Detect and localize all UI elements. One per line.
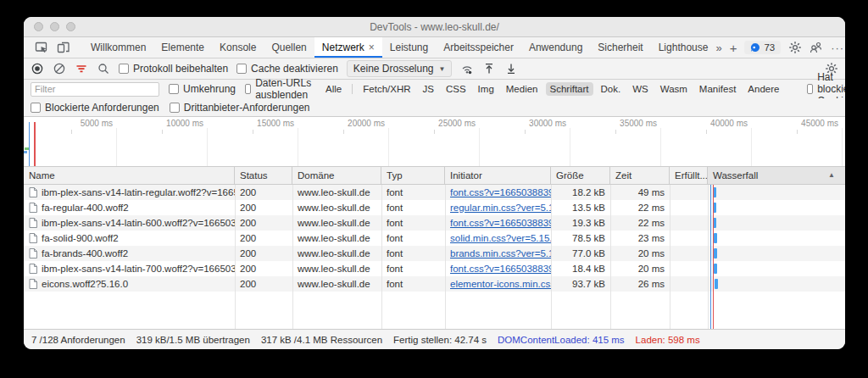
profiles-button[interactable] [810,41,823,54]
request-name-cell[interactable]: fa-regular-400.woff2 [24,200,235,215]
request-name-cell[interactable]: ibm-plex-sans-v14-latin-600.woff2?v=1665… [24,215,235,231]
filter-type-schriftart[interactable]: Schriftart [546,82,593,96]
initiator-link[interactable]: elementor-icons.min.css... [450,279,551,289]
blocked-cookies-checkbox-input[interactable] [807,84,813,94]
column-header-größe[interactable]: Größe [551,167,610,184]
filter-type-medien[interactable]: Medien [502,82,542,96]
filter-type-dok-[interactable]: Dok. [597,82,626,96]
invert-filter-checkbox-input[interactable] [169,84,179,94]
column-header-initiator[interactable]: Initiator [445,167,551,184]
column-header-name[interactable]: Name [24,167,235,184]
filter-type-js[interactable]: JS [419,82,438,96]
initiator-link[interactable]: regular.min.css?ver=5.1... [450,203,551,213]
search-button[interactable] [97,62,110,75]
tab-arbeitsspeicher[interactable]: Arbeitsspeicher [436,37,521,58]
filter-type-ws[interactable]: WS [628,82,653,96]
waterfall-bar[interactable] [715,279,718,289]
waterfall-bar[interactable] [714,264,717,274]
tab-elemente[interactable]: Elemente [153,37,212,58]
filter-type-alle[interactable]: Alle [321,82,346,96]
filter-toggle-button[interactable] [75,62,88,75]
filter-type-fetch-xhr[interactable]: Fetch/XHR [359,82,415,96]
add-tab-button[interactable]: + [730,41,737,55]
request-name-cell[interactable]: fa-solid-900.woff2 [24,231,235,246]
disable-cache-checkbox-input[interactable] [236,64,247,74]
initiator-link[interactable]: font.css?v=1665038839 [450,187,551,197]
hide-data-urls-checkbox[interactable]: Daten-URLs ausblenden [245,77,312,101]
minimize-window-button[interactable] [50,22,59,31]
initiator-link[interactable]: font.css?v=1665038839 [450,264,551,274]
disable-cache-checkbox[interactable]: Cache deaktivieren [236,63,338,75]
waterfall-bar[interactable] [714,248,717,258]
request-name-cell[interactable]: ibm-plex-sans-v14-latin-regular.woff2?v=… [24,185,235,200]
request-name-cell[interactable]: fa-brands-400.woff2 [24,246,235,261]
more-tabs-button[interactable]: » [715,42,721,54]
zoom-window-button[interactable] [66,22,75,31]
initiator-link[interactable]: brands.min.css?ver=5.1... [450,248,551,258]
tab-leistung[interactable]: Leistung [382,37,436,58]
column-header-erfüllt-[interactable]: Erfüllt... [670,167,708,184]
filter-type-wasm[interactable]: Wasm [656,82,692,96]
hide-data-urls-checkbox-input[interactable] [245,84,251,94]
overview-dcl-line [29,122,30,166]
filter-type-css[interactable]: CSS [442,82,470,96]
ruler-tick-label: 40000 ms [682,119,748,128]
preserve-log-checkbox-input[interactable] [119,64,129,74]
filter-input[interactable] [31,82,159,97]
blocked-requests-checkbox-input[interactable] [31,103,41,113]
initiator-link[interactable]: solid.min.css?ver=5.15.3 [450,233,551,243]
settings-button[interactable] [788,41,802,54]
tab-konsole[interactable]: Konsole [212,37,264,58]
device-toolbar-button[interactable] [53,37,75,58]
record-network-log-button[interactable] [31,62,44,75]
more-options-button[interactable]: ··· [831,42,844,54]
third-party-checkbox-input[interactable] [170,103,180,113]
column-header-zeit[interactable]: Zeit [610,167,670,184]
column-header-typ[interactable]: Typ [381,167,445,184]
clear-network-log-button[interactable] [53,62,66,75]
tab-netzwerk[interactable]: Netzwerk× [314,37,382,58]
column-separator [445,185,446,329]
table-row[interactable]: fa-solid-900.woff2200www.leo-skull.defon… [24,231,845,246]
third-party-checkbox[interactable]: Drittanbieter-Anforderungen [170,102,310,114]
close-tab-icon[interactable]: × [369,42,375,53]
request-time: 26 ms [610,276,670,292]
window-titlebar[interactable]: DevTools - www.leo-skull.de/ [24,17,845,37]
throttling-select[interactable]: Keine Drosselung ▼ [347,60,453,77]
initiator-link[interactable]: font.css?v=1665038839 [450,218,551,228]
filter-type-img[interactable]: Img [474,82,498,96]
import-har-button[interactable] [482,62,496,75]
finish-time: Fertig stellen: 42.74 s [393,335,487,345]
column-header-domäne[interactable]: Domäne [292,167,381,184]
table-row[interactable]: eicons.woff2?5.16.0200www.leo-skull.defo… [24,276,845,292]
preserve-log-checkbox[interactable]: Protokoll beibehalten [119,63,228,75]
tab-sicherheit[interactable]: Sicherheit [590,37,650,58]
request-name-cell[interactable]: eicons.woff2?5.16.0 [24,276,235,292]
request-name-cell[interactable]: ibm-plex-sans-v14-latin-700.woff2?v=1665… [24,261,235,276]
tab-quellen[interactable]: Quellen [264,37,314,58]
table-row[interactable]: ibm-plex-sans-v14-latin-600.woff2?v=1665… [24,215,845,231]
filter-type-andere[interactable]: Andere [743,82,783,96]
tab-lighthouse[interactable]: Lighthouse [651,37,716,58]
column-header-wasserfall[interactable]: Wasserfall▲ [708,167,845,184]
column-header-status[interactable]: Status [235,167,292,184]
tab-anwendung[interactable]: Anwendung [521,37,590,58]
issues-counter[interactable]: 73 [744,41,781,54]
table-row[interactable]: fa-brands-400.woff2200www.leo-skull.defo… [24,246,845,261]
close-window-button[interactable] [34,22,43,31]
filter-type-manifest[interactable]: Manifest [695,82,740,96]
timeline-overview[interactable]: 5000 ms10000 ms15000 ms20000 ms25000 ms3… [24,117,845,167]
issues-count: 73 [764,42,775,53]
table-row[interactable]: ibm-plex-sans-v14-latin-regular.woff2?v=… [24,185,845,200]
waterfall-bar[interactable] [714,233,717,243]
blocked-requests-checkbox[interactable]: Blockierte Anforderungen [31,102,159,114]
tab-label: Leistung [390,42,428,53]
export-har-button[interactable] [504,62,518,75]
tab-willkommen[interactable]: Willkommen [83,37,153,58]
table-row[interactable]: fa-regular-400.woff2200www.leo-skull.def… [24,200,845,215]
table-row[interactable]: ibm-plex-sans-v14-latin-700.woff2?v=1665… [24,261,845,276]
invert-filter-checkbox[interactable]: Umkehrung [169,83,236,95]
inspect-element-button[interactable] [31,37,53,58]
network-conditions-button[interactable] [460,62,474,75]
throttling-value: Keine Drosselung [353,63,434,75]
